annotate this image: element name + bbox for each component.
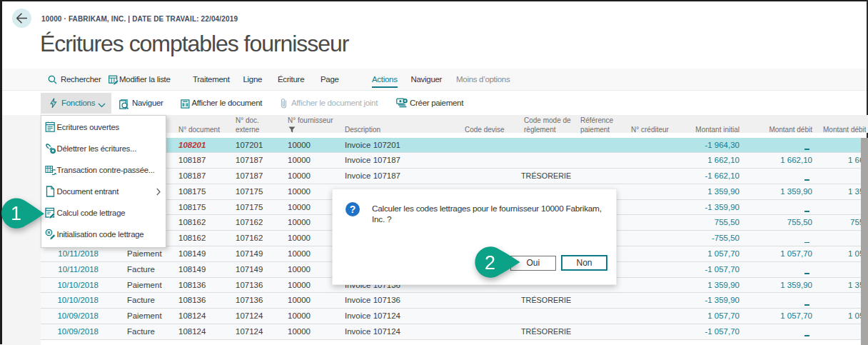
svg-text:1: 1 <box>11 203 21 224</box>
svg-text:2: 2 <box>484 252 495 274</box>
